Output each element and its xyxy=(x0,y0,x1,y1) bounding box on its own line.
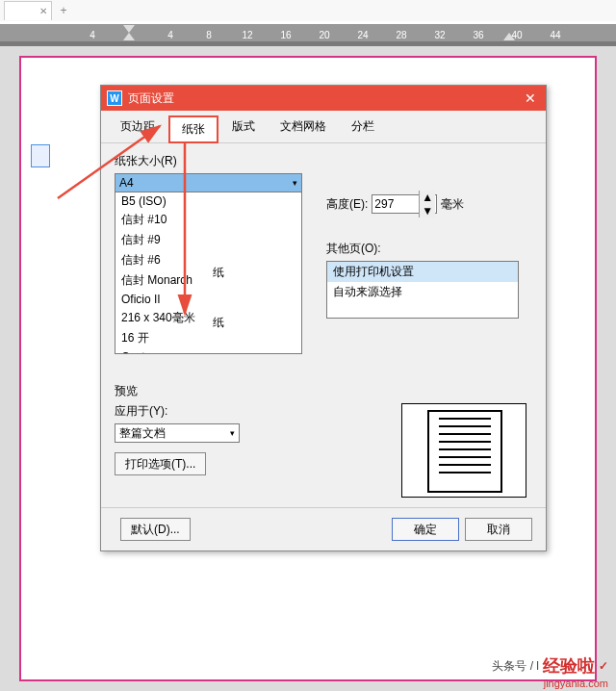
height-label: 高度(E): xyxy=(326,196,368,213)
apply-to-label: 应用于(Y): xyxy=(115,403,240,420)
spinner-down-icon[interactable]: ▼ xyxy=(420,204,435,218)
other-pages-listbox[interactable]: 使用打印机设置 自动来源选择 xyxy=(326,261,519,319)
close-icon[interactable]: ✕ xyxy=(39,6,47,16)
height-unit: 毫米 xyxy=(441,196,464,213)
horizontal-ruler: 4 4 8 12 16 20 24 28 32 36 40 44 xyxy=(0,24,616,47)
right-indent-marker[interactable] xyxy=(503,33,515,40)
document-tab-bar: ✕ + xyxy=(0,0,616,21)
paper-size-listbox[interactable]: B5 (ISO) 信封 #10 信封 #9 信封 #6 信封 Monarch O… xyxy=(115,192,302,354)
other-pages-label: 其他页(O): xyxy=(326,241,532,257)
close-icon[interactable]: ✕ xyxy=(521,90,540,106)
dialog-tabs: 页边距 纸张 版式 文档网格 分栏 xyxy=(101,111,546,143)
list-item[interactable]: 216 x 340毫米 xyxy=(116,308,301,328)
tab-columns[interactable]: 分栏 xyxy=(340,115,386,142)
ruler-tick: 12 xyxy=(242,30,252,40)
page-setup-dialog: W 页面设置 ✕ 页边距 纸张 版式 文档网格 分栏 纸张大小(R) A4 ▾ xyxy=(100,85,547,551)
list-item[interactable]: 自动来源选择 xyxy=(327,282,518,302)
document-tab[interactable]: ✕ xyxy=(4,1,52,20)
watermark-prefix: 头条号 / l xyxy=(492,658,539,675)
list-item[interactable]: 信封 #9 xyxy=(116,230,301,250)
chevron-down-icon: ▾ xyxy=(230,428,235,438)
print-options-button[interactable]: 打印选项(T)... xyxy=(115,452,206,475)
page-thumbnail-icon xyxy=(31,144,50,167)
ruler-tick: 4 xyxy=(167,30,173,40)
selected-value: A4 xyxy=(119,176,134,190)
dialog-footer: 默认(D)... 确定 取消 xyxy=(101,507,546,550)
preview-label: 预览 xyxy=(115,383,532,399)
list-item[interactable]: 信封 #10 xyxy=(116,210,301,230)
tab-paper[interactable]: 纸张 xyxy=(168,115,218,143)
height-input[interactable] xyxy=(372,195,419,213)
default-button[interactable]: 默认(D)... xyxy=(120,518,191,541)
check-icon: ✓ xyxy=(599,659,608,673)
ruler-tick: 32 xyxy=(434,30,445,40)
preview-page-icon xyxy=(427,410,502,493)
ruler-tick: 4 xyxy=(90,30,95,40)
tab-margins[interactable]: 页边距 xyxy=(109,115,167,142)
list-item[interactable]: B5 (ISO) xyxy=(116,192,301,210)
tab-layout[interactable]: 版式 xyxy=(220,115,267,142)
list-item[interactable]: 16 开 xyxy=(116,328,301,348)
apply-to-select[interactable]: 整篇文档 ▾ xyxy=(115,423,240,443)
list-item[interactable]: Custom xyxy=(116,348,301,354)
watermark-brand: 经验啦 xyxy=(543,654,595,678)
list-item[interactable]: 信封 Monarch xyxy=(116,270,301,291)
ruler-tick: 24 xyxy=(357,30,368,40)
ruler-tick: 36 xyxy=(473,30,483,40)
height-spinner[interactable]: ▲ ▼ xyxy=(372,194,437,214)
ruler-tick: 28 xyxy=(396,30,406,40)
ruler-tick: 44 xyxy=(550,30,560,40)
apply-value: 整篇文档 xyxy=(119,425,166,442)
dialog-title: 页面设置 xyxy=(128,90,521,107)
paper-size-select[interactable]: A4 ▾ xyxy=(115,173,302,192)
ruler-tick: 8 xyxy=(206,30,212,40)
app-icon: W xyxy=(107,90,122,106)
cut-label-1: 纸 xyxy=(213,265,224,281)
ruler-tick: 16 xyxy=(280,30,291,40)
chevron-down-icon: ▾ xyxy=(293,178,297,188)
ok-button[interactable]: 确定 xyxy=(392,518,459,541)
list-item[interactable]: Oficio II xyxy=(116,291,301,308)
paper-size-label: 纸张大小(R) xyxy=(115,153,532,169)
cut-label-2: 纸 xyxy=(213,315,224,331)
list-item[interactable]: 信封 #6 xyxy=(116,250,301,270)
add-tab-button[interactable]: + xyxy=(52,4,75,17)
list-item[interactable]: 使用打印机设置 xyxy=(327,262,518,282)
tab-grid[interactable]: 文档网格 xyxy=(269,115,338,142)
watermark-url: jingyanla.com xyxy=(492,678,608,689)
cancel-button[interactable]: 取消 xyxy=(465,518,532,541)
spinner-up-icon[interactable]: ▲ xyxy=(420,191,435,204)
watermark: 头条号 / l 经验啦 ✓ jingyanla.com xyxy=(492,654,608,689)
indent-marker-top[interactable] xyxy=(123,25,135,33)
preview-box xyxy=(401,403,526,498)
dialog-titlebar[interactable]: W 页面设置 ✕ xyxy=(101,86,546,111)
indent-marker-bottom[interactable] xyxy=(123,33,135,40)
ruler-tick: 20 xyxy=(319,30,329,40)
